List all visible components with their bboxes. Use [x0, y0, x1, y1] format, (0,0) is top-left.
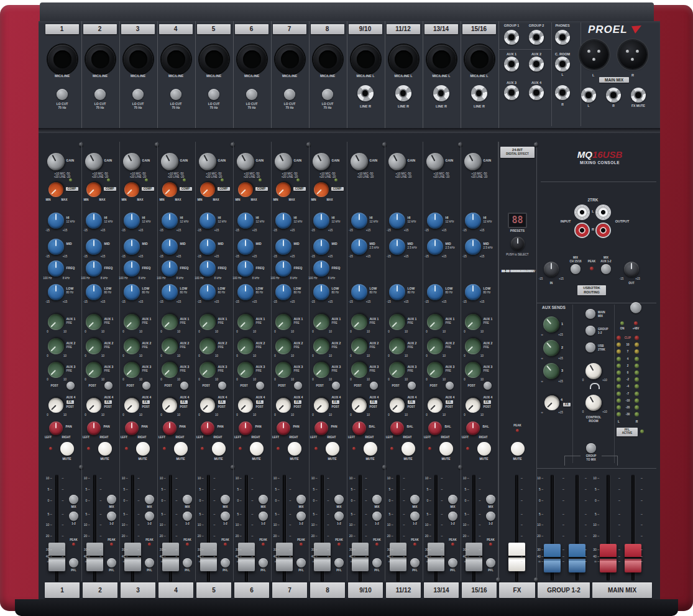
aux4-fx-knob[interactable] [83, 395, 104, 416]
mix-assign-button[interactable] [107, 495, 116, 504]
hi-eq-knob[interactable] [237, 213, 254, 229]
aux4-fx-knob[interactable] [159, 395, 180, 416]
aux4-fx-knob[interactable] [311, 395, 332, 416]
mid-freq-knob[interactable] [124, 260, 140, 277]
monitor-usb-button[interactable] [585, 342, 595, 352]
group2-fader[interactable] [569, 544, 585, 572]
group12-assign-button[interactable] [334, 512, 344, 521]
group12-assign-button[interactable] [259, 512, 268, 521]
low-eq-knob[interactable] [124, 284, 140, 300]
pfl-button[interactable] [448, 558, 457, 568]
mix-assign-button[interactable] [183, 495, 192, 504]
mix-assign-button[interactable] [372, 495, 382, 504]
comp-knob[interactable] [83, 179, 104, 200]
group12-assign-button[interactable] [448, 512, 457, 521]
low-eq-knob[interactable] [200, 284, 216, 300]
mix-assign-button[interactable] [221, 495, 230, 504]
aux4-fx-knob[interactable] [235, 395, 256, 416]
monitor-group-button[interactable] [585, 326, 595, 336]
pfl-button[interactable] [107, 558, 116, 568]
aux3-post-button[interactable] [67, 382, 75, 390]
monitor-main-mix-button[interactable] [585, 309, 595, 319]
hi-eq-knob[interactable] [427, 213, 443, 229]
mid-eq-knob[interactable] [313, 239, 329, 255]
hi-eq-knob[interactable] [48, 213, 64, 229]
mix-assign-button[interactable] [410, 495, 420, 504]
mid-eq-knob[interactable] [389, 239, 405, 255]
hi-eq-knob[interactable] [162, 213, 178, 229]
mid-freq-knob[interactable] [200, 260, 216, 277]
mid-freq-knob[interactable] [313, 260, 329, 277]
lo-cut-button[interactable] [170, 89, 181, 100]
mix-assign-button[interactable] [69, 495, 78, 504]
comp-knob[interactable] [235, 179, 256, 200]
low-eq-knob[interactable] [275, 284, 291, 300]
aux3-post-button[interactable] [104, 382, 112, 390]
usb-to-ch1516-button[interactable] [571, 264, 581, 274]
mid-eq-knob[interactable] [200, 239, 216, 255]
low-eq-knob[interactable] [48, 284, 64, 300]
group-to-mix-button[interactable] [586, 443, 596, 453]
mute-button[interactable] [364, 442, 377, 456]
main-l-fader[interactable] [600, 544, 617, 572]
pfl-button[interactable] [486, 558, 495, 568]
comp-knob[interactable] [45, 179, 67, 200]
pfl-button[interactable] [296, 558, 306, 568]
mute-button[interactable] [477, 442, 491, 456]
lo-cut-button[interactable] [57, 89, 68, 100]
mid-eq-knob[interactable] [48, 239, 64, 255]
hi-eq-knob[interactable] [275, 213, 291, 229]
mid-eq-knob[interactable] [465, 239, 481, 255]
low-eq-knob[interactable] [86, 284, 102, 300]
low-eq-knob[interactable] [237, 284, 254, 300]
pan-knob[interactable] [277, 421, 290, 435]
mix-to-usb-button[interactable] [601, 264, 611, 274]
gain-knob[interactable] [461, 150, 485, 173]
mix-assign-button[interactable] [448, 495, 457, 504]
group12-assign-button[interactable] [296, 512, 306, 521]
pfl-button[interactable] [183, 558, 192, 568]
pfl-button[interactable] [145, 558, 154, 568]
aux4-fx-knob[interactable] [387, 395, 408, 416]
group12-assign-button[interactable] [486, 512, 495, 521]
aux4-fx-knob[interactable] [425, 395, 446, 416]
mix-assign-button[interactable] [486, 495, 495, 504]
aux4-fx-knob[interactable] [45, 395, 67, 416]
pan-knob[interactable] [163, 421, 177, 435]
low-eq-knob[interactable] [162, 284, 178, 300]
usb-in-level-knob[interactable] [544, 262, 559, 277]
mid-freq-knob[interactable] [237, 260, 254, 277]
mute-button[interactable] [250, 442, 264, 456]
group12-assign-button[interactable] [145, 512, 154, 521]
pan-knob[interactable] [125, 421, 139, 435]
mid-freq-knob[interactable] [275, 260, 291, 277]
gain-knob[interactable] [423, 150, 447, 173]
mute-button[interactable] [439, 442, 453, 456]
aux3-post-button[interactable] [370, 382, 378, 390]
pfl-button[interactable] [372, 558, 382, 568]
hi-eq-knob[interactable] [313, 213, 329, 229]
pfl-button[interactable] [221, 558, 230, 568]
mute-button[interactable] [402, 442, 415, 456]
group12-assign-button[interactable] [372, 512, 382, 521]
main-r-fader[interactable] [625, 544, 641, 572]
mid-freq-knob[interactable] [162, 260, 178, 277]
hi-eq-knob[interactable] [389, 213, 405, 229]
pfl-button[interactable] [259, 558, 268, 568]
comp-knob[interactable] [197, 179, 218, 200]
lo-cut-button[interactable] [322, 89, 333, 100]
hi-eq-knob[interactable] [86, 213, 102, 229]
mid-eq-knob[interactable] [237, 239, 254, 255]
gain-knob[interactable] [347, 150, 371, 173]
mute-button[interactable] [212, 442, 226, 456]
aux4-fx-knob[interactable] [197, 395, 218, 416]
aux3-post-button[interactable] [142, 382, 150, 390]
lo-cut-button[interactable] [246, 89, 257, 100]
mid-eq-knob[interactable] [275, 239, 291, 255]
lo-cut-button[interactable] [284, 89, 295, 100]
pan-knob[interactable] [201, 421, 214, 435]
aux4-fx-knob[interactable] [462, 395, 484, 416]
pan-knob[interactable] [352, 421, 366, 435]
gain-knob[interactable] [310, 150, 333, 173]
pan-knob[interactable] [466, 421, 480, 435]
